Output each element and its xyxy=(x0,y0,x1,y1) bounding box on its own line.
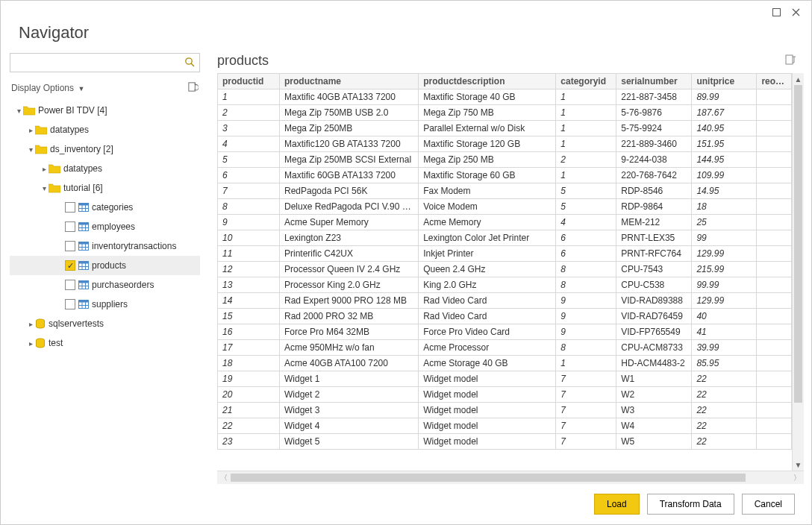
table-row[interactable]: 20Widget 2Widget model7W222 xyxy=(218,387,792,403)
expand-icon[interactable]: ▸ xyxy=(26,320,35,328)
transform-data-button[interactable]: Transform Data xyxy=(647,494,734,515)
cell: 5-76-9876 xyxy=(616,105,692,121)
preview-options-button[interactable] xyxy=(784,54,796,68)
scroll-down-icon[interactable]: ▼ xyxy=(793,459,804,471)
tree-item[interactable]: ▸datatypes xyxy=(10,120,200,139)
cell: Force Pro Video Card xyxy=(419,324,556,340)
cell: 7 xyxy=(556,403,616,418)
table-row[interactable]: 23Widget 5Widget model7W522 xyxy=(218,434,792,450)
cell: 221-889-3460 xyxy=(616,136,692,152)
cell: 7 xyxy=(556,387,616,403)
table-row[interactable]: 15Rad 2000 PRO 32 MBRad Video Card9VID-R… xyxy=(218,309,792,324)
column-header[interactable]: serialnumber xyxy=(616,74,692,89)
table-row[interactable]: 13Processor King 2.0 GHzKing 2.0 GHz8CPU… xyxy=(218,277,792,293)
expand-icon[interactable]: ▸ xyxy=(40,165,49,173)
tree-item[interactable]: ▾Power BI TDV [4] xyxy=(10,101,200,120)
tree-item[interactable]: categories xyxy=(10,198,200,217)
table-row[interactable]: 10Lexington Z23Lexington Color Jet Print… xyxy=(218,230,792,246)
cell: 8 xyxy=(556,340,616,356)
table-row[interactable]: 6Maxtific 60GB ATA133 7200Maxtific Stora… xyxy=(218,168,792,183)
table-row[interactable]: 8Deluxe RedPagoda PCI V.90 56KVoice Mode… xyxy=(218,199,792,215)
table-row[interactable]: 19Widget 1Widget model7W122 xyxy=(218,371,792,387)
column-header[interactable]: categoryid xyxy=(556,74,616,89)
tree-checkbox[interactable] xyxy=(65,221,75,232)
table-row[interactable]: 3Mega Zip 250MBParallel External w/o Dis… xyxy=(218,121,792,136)
table-row[interactable]: 9Acme Super MemoryAcme Memory4MEM-21225 xyxy=(218,215,792,230)
cell: 187.67 xyxy=(692,105,757,121)
refresh-preview-button[interactable] xyxy=(187,81,199,95)
collapse-icon[interactable]: ▾ xyxy=(26,145,35,154)
cell: Widget 2 xyxy=(279,387,418,403)
search-box[interactable] xyxy=(10,53,200,72)
tree-checkbox[interactable] xyxy=(65,299,75,309)
table-row[interactable]: 11Printerific C42UXInkjet Printer6PRNT-R… xyxy=(218,246,792,262)
window-close-button[interactable] xyxy=(786,4,805,20)
table-row[interactable]: 21Widget 3Widget model7W322 xyxy=(218,403,792,418)
tree-checkbox[interactable] xyxy=(65,260,75,271)
scroll-up-icon[interactable]: ▲ xyxy=(793,73,804,85)
tree-item[interactable]: ▸datatypes xyxy=(10,159,200,178)
tree-item[interactable]: products xyxy=(10,256,200,275)
tree-item[interactable]: employees xyxy=(10,217,200,236)
object-tree[interactable]: ▾Power BI TDV [4]▸datatypes▾ds_inventory… xyxy=(10,101,200,480)
column-header[interactable]: productdescription xyxy=(419,74,556,89)
column-header[interactable]: productname xyxy=(279,74,418,89)
table-row[interactable]: 4Maxtific120 GB ATA133 7200Maxtific Stor… xyxy=(218,136,792,152)
cell: Deluxe RedPagoda PCI V.90 56K xyxy=(279,199,418,215)
tree-item[interactable]: suppliers xyxy=(10,295,200,314)
cell: Acme Super Memory xyxy=(279,215,418,230)
table-row[interactable]: 16Force Pro M64 32MBForce Pro Video Card… xyxy=(218,324,792,340)
collapse-icon[interactable]: ▾ xyxy=(14,107,23,115)
tree-item[interactable]: inventorytransactions xyxy=(10,236,200,256)
cell: Acme Storage 40 GB xyxy=(419,356,556,371)
tree-item[interactable]: ▾ds_inventory [2] xyxy=(10,139,200,159)
expand-icon[interactable]: ▸ xyxy=(26,126,35,134)
cell: Voice Modem xyxy=(419,199,556,215)
scroll-left-icon[interactable]: 〈 xyxy=(217,471,231,484)
cancel-button[interactable]: Cancel xyxy=(742,494,795,515)
cell: 14.95 xyxy=(692,183,757,199)
vertical-scrollbar[interactable]: ▲ ▼ xyxy=(792,73,804,471)
tree-checkbox[interactable] xyxy=(65,241,75,251)
tree-checkbox[interactable] xyxy=(65,280,75,290)
tree-item[interactable]: ▾tutorial [6] xyxy=(10,178,200,198)
data-grid[interactable]: productidproductnameproductdescriptionca… xyxy=(217,73,792,450)
column-header[interactable]: productid xyxy=(218,74,280,89)
window-restore-button[interactable] xyxy=(766,4,786,20)
cell: Printerific C42UX xyxy=(279,246,418,262)
cell: 22 xyxy=(692,387,757,403)
tree-item[interactable]: ▸sqlservertests xyxy=(10,314,200,333)
horizontal-scroll-thumb[interactable] xyxy=(231,474,746,482)
table-row[interactable]: 7RedPagoda PCI 56KFax Modem5RDP-854614.9… xyxy=(218,183,792,199)
table-row[interactable]: 1Maxtific 40GB ATA133 7200Maxtific Stora… xyxy=(218,89,792,105)
cell: 5 xyxy=(556,183,616,199)
search-input[interactable] xyxy=(15,57,184,69)
cell xyxy=(757,152,792,168)
table-row[interactable]: 18Acme 40GB ATA100 7200Acme Storage 40 G… xyxy=(218,356,792,371)
vertical-scroll-thumb[interactable] xyxy=(794,85,802,403)
tree-item[interactable]: purchaseorders xyxy=(10,275,200,295)
table-row[interactable]: 14Rad Expert 9000 PRO 128 MBRad Video Ca… xyxy=(218,293,792,309)
column-header[interactable]: reorde xyxy=(757,74,792,89)
load-button[interactable]: Load xyxy=(594,494,640,515)
column-header[interactable]: unitprice xyxy=(692,74,757,89)
table-row[interactable]: 12Processor Queen IV 2.4 GHzQueen 2.4 GH… xyxy=(218,262,792,277)
search-icon xyxy=(184,57,195,69)
tree-item[interactable]: ▸test xyxy=(10,333,200,353)
table-row[interactable]: 22Widget 4Widget model7W422 xyxy=(218,418,792,434)
cell: 17 xyxy=(218,340,280,356)
cell: 9 xyxy=(556,324,616,340)
collapse-icon[interactable]: ▾ xyxy=(40,184,49,192)
scroll-right-icon[interactable]: 〉 xyxy=(790,471,804,484)
table-row[interactable]: 2Mega Zip 750MB USB 2.0Mega Zip 750 MB15… xyxy=(218,105,792,121)
table-row[interactable]: 17Acme 950MHz w/o fanAcme Processor8CPU-… xyxy=(218,340,792,356)
display-options-dropdown[interactable]: Display Options ▼ xyxy=(11,83,84,93)
expand-icon[interactable]: ▸ xyxy=(26,339,35,348)
table-row[interactable]: 5Mega Zip 250MB SCSI ExternalMega Zip 25… xyxy=(218,152,792,168)
tree-checkbox[interactable] xyxy=(65,202,75,213)
cell: 18 xyxy=(692,199,757,215)
horizontal-scrollbar[interactable]: 〈 〉 xyxy=(217,471,804,484)
svg-rect-8 xyxy=(79,242,89,245)
cell: 41 xyxy=(692,324,757,340)
cell: 8 xyxy=(556,277,616,293)
